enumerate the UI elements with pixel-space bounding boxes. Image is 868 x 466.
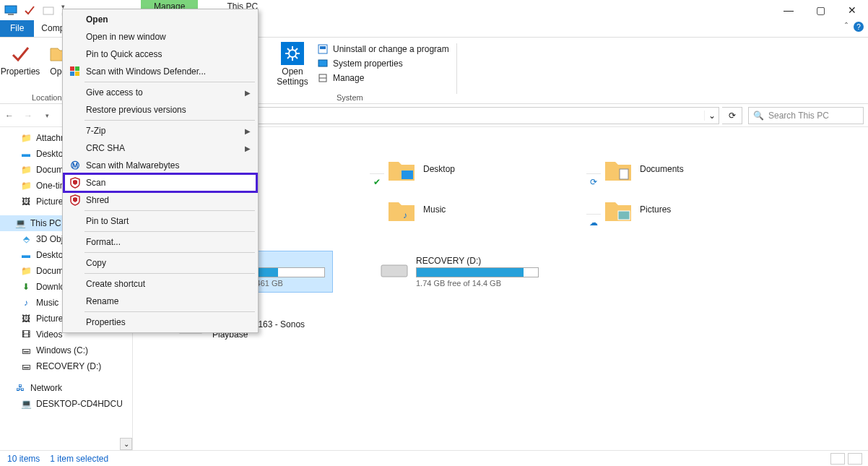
system-properties-button[interactable]: System properties <box>313 58 453 69</box>
pictures-folder-icon <box>604 195 633 224</box>
thispc-icon: 💻 <box>14 217 26 229</box>
back-button[interactable]: ← <box>0 106 19 125</box>
ctx-crc-sha[interactable]: CRC SHA▶ <box>64 139 256 157</box>
minimize-button[interactable]: — <box>773 0 804 20</box>
manage-icon <box>317 72 329 84</box>
svg-rect-23 <box>381 265 407 277</box>
svg-line-8 <box>287 48 290 51</box>
svg-line-10 <box>287 56 290 59</box>
folder-tile-documents[interactable]: ⟳ Documents <box>604 149 791 189</box>
drive-free-text: 1.74 GB free of 14.4 GB <box>416 279 559 288</box>
ctx-scan-malwarebytes[interactable]: ⓂScan with Malwarebytes <box>64 157 256 174</box>
details-view-button[interactable] <box>830 453 845 465</box>
selection-count: 1 item selected <box>50 454 108 464</box>
sync-check-icon: ✔ <box>370 173 384 189</box>
ctx-restore-previous[interactable]: Restore previous versions <box>64 101 256 118</box>
svg-rect-1 <box>8 14 14 15</box>
properties-qat-icon[interactable] <box>22 2 38 18</box>
collapse-ribbon-icon[interactable]: ˆ <box>845 22 848 32</box>
desktop-folder-icon <box>387 155 416 184</box>
file-tab[interactable]: File <box>0 20 34 37</box>
svg-rect-26 <box>75 66 79 71</box>
mcafee-shield-icon <box>69 176 82 189</box>
svg-rect-17 <box>402 171 413 179</box>
ctx-give-access-to[interactable]: Give access to▶ <box>64 84 256 101</box>
pc-icon: 💻 <box>20 398 32 410</box>
manage-button[interactable]: Manage <box>313 72 453 84</box>
ctx-pin-quick-access[interactable]: Pin to Quick access <box>64 46 256 63</box>
ctx-shred-mcafee[interactable]: Shred <box>64 191 256 209</box>
ctx-copy[interactable]: Copy <box>64 254 256 272</box>
tree-scroll-down[interactable]: ⌄ <box>120 438 132 450</box>
drive-usage-bar <box>416 267 539 277</box>
item-count: 10 items <box>7 454 40 464</box>
ctx-open-new-window[interactable]: Open in new window <box>64 28 256 46</box>
ctx-rename[interactable]: Rename <box>64 293 256 310</box>
address-dropdown-icon[interactable]: ⌄ <box>704 111 719 121</box>
tree-item[interactable]: 🖴RECOVERY (D:) <box>0 358 132 374</box>
ctx-7zip[interactable]: 7-Zip▶ <box>64 122 256 139</box>
documents-folder-icon <box>604 155 633 184</box>
ctx-properties[interactable]: Properties <box>64 314 256 331</box>
sync-refresh-icon: ⟳ <box>586 173 601 189</box>
submenu-arrow-icon: ▶ <box>245 127 251 135</box>
ctx-pin-start[interactable]: Pin to Start <box>64 212 256 230</box>
folder-tile-desktop[interactable]: ✔ Desktop <box>387 149 575 189</box>
video-icon: 🎞 <box>20 329 32 340</box>
svg-rect-0 <box>5 6 17 13</box>
search-box[interactable]: 🔍 Search This PC <box>748 107 864 124</box>
drive-icon <box>380 256 409 282</box>
folder-icon: 📁 <box>20 265 32 277</box>
icons-view-button[interactable] <box>848 453 862 465</box>
folder-tile-music[interactable]: ♪ Music <box>387 189 575 230</box>
status-bar: 10 items 1 item selected <box>0 450 868 466</box>
refresh-button[interactable]: ⟳ <box>722 107 742 124</box>
open-settings-label: Open Settings <box>277 66 308 87</box>
svg-rect-14 <box>318 60 327 66</box>
search-icon: 🔍 <box>753 111 764 121</box>
thispc-icon <box>3 2 19 18</box>
drive-icon: 🖴 <box>20 361 32 372</box>
folder-icon: 📁 <box>20 180 32 191</box>
music-icon: ♪ <box>20 297 32 308</box>
new-folder-qat-icon[interactable] <box>40 2 56 18</box>
cube-icon: ⬘ <box>20 233 32 245</box>
ctx-create-shortcut[interactable]: Create shortcut <box>64 275 256 293</box>
drive-tile-d[interactable]: RECOVERY (D:) 1.74 GB free of 14.4 GB <box>376 251 563 292</box>
ctx-scan-defender[interactable]: Scan with Windows Defender... <box>64 63 256 80</box>
ctx-format[interactable]: Format... <box>64 233 256 251</box>
ctx-open[interactable]: Open <box>64 11 256 28</box>
download-icon: ⬇ <box>20 281 32 293</box>
submenu-arrow-icon: ▶ <box>245 89 251 97</box>
group-system-label: System <box>337 93 363 102</box>
close-button[interactable]: ✕ <box>836 0 868 20</box>
svg-rect-20 <box>618 211 630 220</box>
svg-line-9 <box>295 56 298 59</box>
tree-item-network[interactable]: 🖧Network <box>0 380 132 396</box>
malwarebytes-icon: Ⓜ <box>69 159 82 172</box>
svg-line-11 <box>295 48 298 51</box>
network-icon: 🖧 <box>14 382 26 394</box>
help-icon[interactable]: ? <box>854 22 864 32</box>
folder-tile-pictures[interactable]: ☁ Pictures <box>604 189 791 230</box>
uninstall-program-button[interactable]: Uninstall or change a program <box>313 43 453 55</box>
drive-label: RECOVERY (D:) <box>416 256 559 266</box>
pictures-icon: 🖼 <box>20 196 32 207</box>
tree-item[interactable]: 💻DESKTOP-CD4HDCU <box>0 396 132 412</box>
uninstall-icon <box>317 43 329 55</box>
properties-button[interactable]: Properties <box>0 40 40 78</box>
svg-rect-28 <box>75 72 79 76</box>
svg-rect-2 <box>43 7 53 14</box>
recent-locations-button[interactable]: ▾ <box>38 106 56 125</box>
ctx-scan-mcafee[interactable]: Scan <box>64 174 256 191</box>
svg-text:♪: ♪ <box>403 210 407 220</box>
tree-item[interactable]: 🖴Windows (C:) <box>0 342 132 358</box>
folder-icon: 📁 <box>20 164 32 176</box>
properties-icon <box>9 42 32 65</box>
maximize-button[interactable]: ▢ <box>804 0 836 20</box>
open-settings-button[interactable]: Open Settings <box>272 40 313 88</box>
forward-button[interactable]: → <box>19 106 38 125</box>
quick-access-toolbar: ▾= <box>0 2 68 18</box>
defender-shield-icon <box>69 65 82 78</box>
settings-gear-icon <box>281 42 304 65</box>
